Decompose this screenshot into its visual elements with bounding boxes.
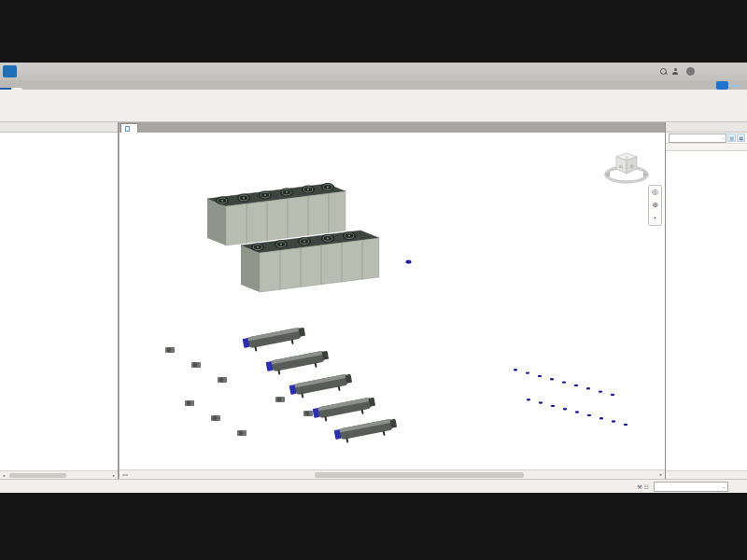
ribbon <box>0 90 747 122</box>
project-browser-tree <box>0 133 118 470</box>
chevron-down-icon: ⌄ <box>722 134 725 142</box>
view-area: 上 前 右 ◎ ⊕ ▾ <box>120 122 665 479</box>
steering-wheel-icon[interactable]: ◎ <box>652 188 658 197</box>
plugin-label <box>730 85 740 87</box>
workset-icon[interactable]: ⚒ <box>637 483 641 490</box>
viewcube-top-label: 上 <box>625 155 629 160</box>
help-icon[interactable] <box>686 67 695 76</box>
plugin-button[interactable] <box>716 81 740 90</box>
window-controls <box>704 65 744 77</box>
active-workset-select[interactable]: ⌄ <box>654 482 728 492</box>
view-control-bar <box>120 474 129 476</box>
revit-logo-button[interactable] <box>3 65 17 77</box>
system-browser-toolbar: ⌄ ▥ ▦ <box>666 133 747 144</box>
3d-model-canvas[interactable]: 上 前 右 ◎ ⊕ ▾ <box>120 133 665 469</box>
navbar-expand-icon[interactable]: ▾ <box>654 214 655 223</box>
project-browser-panel: ◂ ▸ <box>0 122 119 479</box>
chiller-row[interactable] <box>242 327 504 444</box>
viewcube-front-label: 前 <box>619 164 624 169</box>
revit-window: ◂ ▸ <box>0 63 747 493</box>
design-options-icon[interactable]: ☷ <box>644 483 649 490</box>
view-cube[interactable]: 上 前 右 <box>601 144 652 192</box>
viewcube-right-label: 右 <box>630 163 635 169</box>
desktop: ◂ ▸ <box>0 0 747 560</box>
system-browser-tree <box>666 151 747 470</box>
view-tab-3d[interactable] <box>120 123 138 133</box>
canvas-bottom-bar: ▸ <box>120 469 665 479</box>
chiller-unit[interactable] <box>333 418 398 444</box>
title-bar <box>0 63 747 80</box>
blue-pipe-main[interactable] <box>396 260 633 436</box>
ribbon-tab-bar <box>0 80 747 90</box>
system-browser-panel: ⌄ ▥ ▦ <box>665 122 747 479</box>
view-filter-select[interactable]: ⌄ <box>669 133 726 143</box>
chiller-unit[interactable] <box>265 350 330 376</box>
project-browser-hscrollbar[interactable]: ◂ ▸ <box>0 470 118 479</box>
chiller-unit[interactable] <box>242 327 306 353</box>
title-bar-right <box>660 65 744 77</box>
project-browser-title-bar[interactable] <box>0 122 118 133</box>
chiller-unit[interactable] <box>289 373 353 399</box>
minimize-button[interactable] <box>704 65 716 77</box>
canvas-hscrollbar[interactable] <box>131 471 655 479</box>
columns-icon[interactable]: ▥ <box>727 133 736 142</box>
chiller-unit[interactable] <box>312 397 376 423</box>
system-browser-columns <box>666 144 747 151</box>
status-bar: ⚒ ☷ ⌄ <box>0 479 747 493</box>
view-tab-strip <box>120 122 665 133</box>
zoom-icon[interactable]: ⊕ <box>652 201 658 210</box>
search-icon[interactable] <box>660 68 668 76</box>
system-browser-hscrollbar[interactable] <box>666 470 747 479</box>
scroll-left-icon[interactable]: ◂ <box>0 473 7 478</box>
yellow-pipe-run[interactable] <box>142 252 230 380</box>
scroll-right-icon[interactable]: ▸ <box>110 473 118 478</box>
scroll-right-icon[interactable]: ▸ <box>657 472 665 477</box>
system-browser-title-bar[interactable] <box>666 122 747 133</box>
work-area: ◂ ▸ <box>0 122 747 479</box>
view-scale[interactable] <box>122 474 128 476</box>
plugin-cloud-icon <box>716 81 728 90</box>
view-doc-icon <box>125 126 130 132</box>
user-icon[interactable] <box>671 68 679 76</box>
3d-piping-model[interactable] <box>120 133 665 469</box>
restore-button[interactable] <box>718 65 730 77</box>
close-button[interactable] <box>732 65 744 77</box>
navigation-bar[interactable]: ◎ ⊕ ▾ <box>648 185 662 226</box>
chevron-down-icon: ⌄ <box>722 483 726 491</box>
settings-icon[interactable]: ▦ <box>737 133 745 142</box>
